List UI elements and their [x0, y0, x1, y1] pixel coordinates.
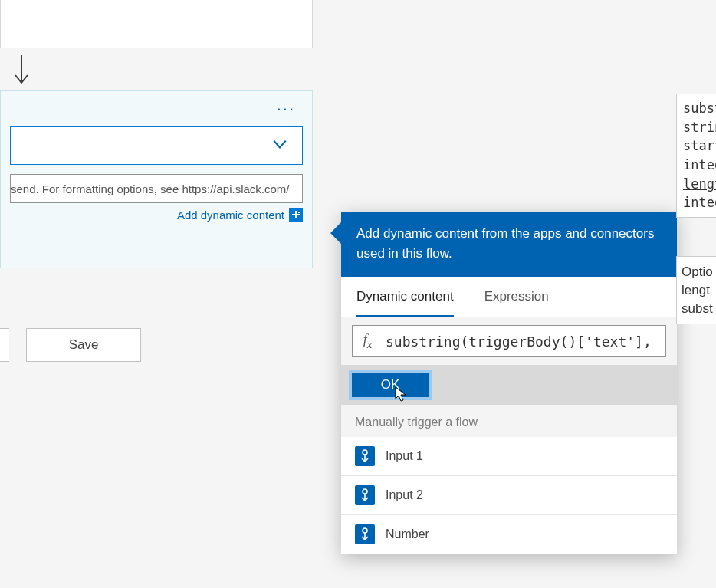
tooltip-line: strin: [683, 118, 716, 137]
previous-action-card[interactable]: [0, 0, 313, 48]
svg-point-4: [363, 450, 367, 455]
dynamic-content-popup: Add dynamic content from the apps and co…: [341, 212, 677, 554]
list-item-label: Input 1: [386, 449, 423, 463]
partial-button-edge: [0, 328, 9, 362]
tooltip-line: integ: [683, 156, 716, 175]
tooltip-line: subst: [683, 99, 716, 118]
tooltip-line: Optio: [682, 263, 716, 281]
popup-header: Add dynamic content from the apps and co…: [341, 212, 677, 277]
tooltip-line: lengt: [682, 281, 716, 300]
save-button[interactable]: Save: [26, 328, 141, 362]
list-item-label: Input 2: [386, 488, 423, 502]
expression-text: substring(triggerBody()['text'], 0, 5): [386, 333, 658, 350]
message-input-placeholder: send. For formatting options, see https:…: [11, 182, 290, 195]
list-item[interactable]: Number: [341, 515, 677, 554]
trigger-input-icon: [355, 485, 375, 505]
tab-dynamic-content[interactable]: Dynamic content: [356, 289, 454, 317]
svg-point-6: [363, 489, 367, 494]
plus-icon[interactable]: [289, 208, 303, 222]
tooltip-line: lengt: [683, 175, 716, 194]
dc-item-list: Input 1 Input 2 Number: [341, 437, 677, 554]
tooltip-line: subst: [682, 300, 716, 318]
list-item[interactable]: Input 2: [341, 476, 677, 515]
flow-arrow-icon: [12, 54, 31, 87]
tab-expression[interactable]: Expression: [484, 289, 549, 317]
dc-section-title: Manually trigger a flow: [341, 405, 677, 437]
svg-rect-2: [292, 214, 300, 215]
svg-point-8: [363, 528, 367, 533]
tooltip-line: integ: [683, 193, 716, 212]
trigger-input-icon: [355, 446, 375, 466]
channel-dropdown[interactable]: [10, 126, 303, 165]
message-input[interactable]: send. For formatting options, see https:…: [10, 174, 303, 203]
trigger-input-icon: [355, 524, 375, 544]
description-tooltip: Optio lengt subst: [676, 256, 716, 324]
list-item[interactable]: Input 1: [341, 437, 677, 476]
add-dynamic-content-link[interactable]: Add dynamic content: [177, 209, 284, 222]
chevron-down-icon: [271, 136, 288, 156]
svg-rect-3: [298, 212, 300, 213]
signature-tooltip: subst strin start integ lengt integ: [676, 94, 716, 218]
action-card: ··· send. For formatting options, see ht…: [0, 90, 313, 268]
expression-input[interactable]: fx substring(triggerBody()['text'], 0, 5…: [352, 325, 666, 357]
fx-icon: fx: [360, 332, 375, 351]
mouse-cursor-icon: [395, 386, 409, 407]
popup-pointer-icon: [330, 222, 341, 244]
tooltip-line: start: [683, 136, 716, 156]
ok-button[interactable]: OK: [349, 370, 432, 400]
list-item-label: Number: [386, 527, 429, 541]
